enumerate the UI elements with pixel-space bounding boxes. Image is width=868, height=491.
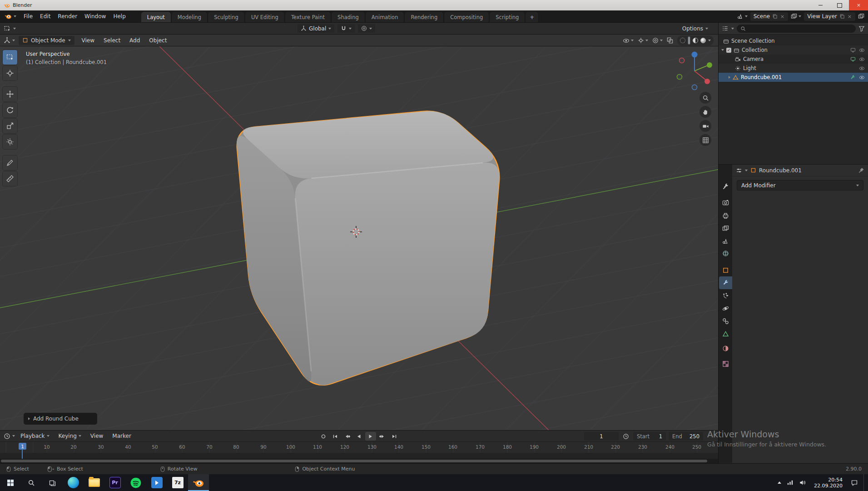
properties-tab-particles[interactable]: [719, 289, 732, 302]
menu-object[interactable]: Object: [145, 35, 170, 46]
tab-scripting[interactable]: Scripting: [490, 12, 525, 22]
operator-panel[interactable]: Add Round Cube: [24, 413, 97, 425]
monitor-icon[interactable]: [850, 47, 856, 53]
tool-transform[interactable]: [3, 135, 17, 149]
tab-texture-paint[interactable]: Texture Paint: [285, 12, 331, 22]
outliner-row-collection[interactable]: Collection: [719, 45, 868, 55]
tool-rotate[interactable]: [3, 103, 17, 117]
properties-tab-render[interactable]: [719, 196, 732, 209]
scene-selector[interactable]: Scene: [750, 12, 789, 21]
start-button[interactable]: [0, 474, 21, 491]
menu-marker[interactable]: Marker: [109, 431, 134, 441]
orthographic-toggle-button[interactable]: [699, 134, 711, 146]
taskbar-media-button[interactable]: [146, 474, 167, 491]
scrollbar-handle[interactable]: [1, 460, 707, 462]
properties-tab-world[interactable]: [719, 247, 732, 260]
menu-select[interactable]: Select: [100, 35, 124, 46]
tab-compositing[interactable]: Compositing: [444, 12, 489, 22]
timeline-ruler[interactable]: 10 20 30 40 50 60 70 80 90 100 110 120 1…: [0, 442, 718, 459]
shading-wireframe-button[interactable]: [680, 38, 685, 43]
play-reverse-button[interactable]: [353, 432, 364, 441]
snap-toggle[interactable]: [337, 24, 355, 33]
tool-select-box[interactable]: [3, 50, 17, 65]
maximize-button[interactable]: [830, 0, 849, 10]
taskbar-edge-button[interactable]: [63, 474, 84, 491]
eye-icon[interactable]: [859, 65, 865, 71]
jump-to-start-button[interactable]: [330, 432, 341, 441]
proportional-editing-toggle[interactable]: [358, 24, 375, 33]
properties-tab-physics[interactable]: [719, 302, 732, 315]
timeline-scrollbar[interactable]: [0, 459, 718, 463]
play-button[interactable]: [365, 432, 376, 441]
properties-tab-object-data[interactable]: [719, 327, 732, 340]
remove-view-layer-icon[interactable]: [847, 14, 852, 19]
properties-tab-scene[interactable]: [719, 235, 732, 247]
properties-tab-material[interactable]: [719, 342, 732, 355]
disclosure-icon[interactable]: [729, 76, 730, 79]
outliner-row-light[interactable]: Light: [719, 64, 868, 73]
tray-expand-icon[interactable]: [778, 481, 781, 484]
tool-annotate[interactable]: [3, 155, 17, 170]
action-center-icon[interactable]: [851, 479, 858, 486]
shading-material-button[interactable]: [693, 38, 698, 43]
properties-tab-object[interactable]: [719, 264, 732, 276]
taskbar-premiere-button[interactable]: Pr: [104, 474, 125, 491]
frame-end-field[interactable]: End 250: [669, 432, 703, 441]
unlink-scene-icon[interactable]: [780, 14, 785, 19]
zoom-button[interactable]: [699, 92, 711, 104]
outliner-row-scene-collection[interactable]: Scene Collection: [719, 36, 868, 45]
properties-tab-texture[interactable]: [719, 357, 732, 370]
navigation-gizmo[interactable]: [674, 49, 715, 90]
view-layer-browse-button[interactable]: [791, 13, 801, 20]
outliner-row-roundcube[interactable]: Roundcube.001: [719, 73, 868, 82]
pan-button[interactable]: [699, 106, 711, 118]
taskbar-7zip-button[interactable]: 7z: [167, 474, 188, 491]
menu-edit[interactable]: Edit: [36, 10, 54, 22]
next-keyframe-button[interactable]: [377, 432, 388, 441]
mode-dropdown[interactable]: Object Mode: [19, 36, 74, 45]
tab-uv-editing[interactable]: UV Editing: [245, 12, 285, 22]
disclosure-icon[interactable]: [721, 49, 724, 51]
menu-playback[interactable]: Playback: [17, 431, 53, 441]
properties-tab-view-layer[interactable]: [719, 222, 732, 235]
eye-icon[interactable]: [859, 75, 865, 80]
auto-keying-button[interactable]: [318, 432, 329, 441]
gizmo-z-neg-axis[interactable]: [692, 85, 697, 90]
scene-browse-button[interactable]: [737, 13, 748, 20]
menu-help[interactable]: Help: [109, 10, 129, 22]
view-layer-selector[interactable]: View Layer: [804, 12, 855, 21]
blender-app-menu[interactable]: [0, 10, 20, 22]
properties-tab-tool[interactable]: [719, 180, 732, 193]
gizmo-y-axis[interactable]: [707, 62, 712, 68]
tool-scale[interactable]: [3, 119, 17, 133]
outliner-editor-icon[interactable]: [722, 25, 729, 32]
current-frame-field[interactable]: 1: [584, 432, 619, 441]
menu-view[interactable]: View: [78, 35, 98, 46]
viewport-3d[interactable]: User Perspective (1) Collection | Roundc…: [0, 46, 718, 430]
gizmo-x-axis[interactable]: [704, 79, 710, 84]
add-modifier-dropdown[interactable]: Add Modifier: [737, 180, 863, 190]
speaker-icon[interactable]: [799, 479, 806, 486]
editor-type-icon[interactable]: [4, 37, 10, 44]
tool-cursor[interactable]: [3, 66, 17, 80]
previous-keyframe-button[interactable]: [342, 432, 352, 441]
tab-layout[interactable]: Layout: [141, 12, 171, 22]
gizmo-y-neg-axis[interactable]: [677, 75, 682, 80]
tab-modeling[interactable]: Modeling: [172, 12, 208, 22]
tab-shading[interactable]: Shading: [332, 12, 365, 22]
network-icon[interactable]: [787, 479, 794, 486]
task-view-button[interactable]: [42, 474, 63, 491]
playhead-line[interactable]: [22, 449, 23, 459]
minimize-button[interactable]: [811, 0, 830, 10]
transform-orientation-dropdown[interactable]: Global: [298, 24, 334, 33]
shading-rendered-button[interactable]: [700, 38, 706, 43]
new-scene-icon[interactable]: [772, 14, 778, 19]
menu-add[interactable]: Add: [126, 35, 144, 46]
tab-animation[interactable]: Animation: [366, 12, 405, 22]
menu-timeline-view[interactable]: View: [87, 431, 107, 441]
eye-icon[interactable]: [859, 47, 865, 53]
pin-icon[interactable]: [858, 167, 864, 173]
frame-start-field[interactable]: Start 1: [633, 432, 666, 441]
taskbar-spotify-button[interactable]: [125, 474, 146, 491]
menu-render[interactable]: Render: [54, 10, 81, 22]
